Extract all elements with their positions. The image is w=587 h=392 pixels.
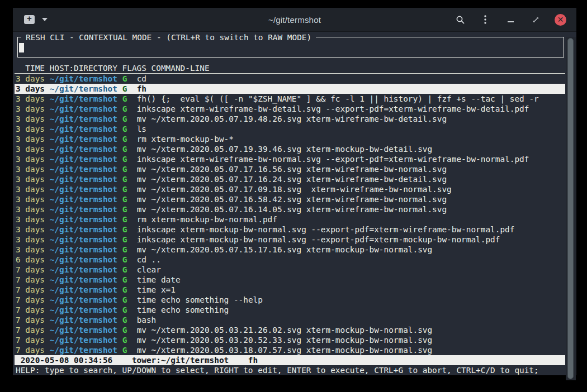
row-flags: G (122, 275, 127, 284)
row-time: 7 days (16, 336, 45, 345)
row-flags: G (122, 145, 127, 154)
history-row[interactable]: 3 days ~/git/termshot G mv ~/xterm.2020.… (15, 144, 565, 154)
row-flags: G (122, 336, 127, 345)
row-command: rm xterm-mockup-bw-* (137, 135, 234, 144)
row-directory: ~/git/termshot (50, 315, 117, 324)
row-command: mv ~/xterm.2020.05.07.19.39.46.svg xterm… (137, 145, 433, 154)
row-command: ls (137, 125, 146, 133)
row-time: 7 days (16, 295, 45, 304)
row-command: cd (137, 74, 146, 83)
row-directory: ~/git/termshot (50, 175, 117, 184)
row-command: inkscape xterm-wireframe-bw-detail.svg -… (137, 104, 529, 113)
row-time: 7 days (16, 326, 45, 334)
row-time: 3 days (16, 135, 45, 144)
close-button[interactable]: ✕ (555, 14, 566, 26)
restore-button[interactable] (529, 13, 542, 26)
history-row[interactable]: 7 days ~/git/termshot G mv ~/xterm.2020.… (15, 335, 565, 345)
row-directory: ~/git/termshot (50, 336, 117, 345)
close-icon: ✕ (557, 16, 564, 23)
row-command: mv ~/xterm.2020.05.07.17.16.24.svg xterm… (137, 175, 447, 184)
menu-kebab-icon[interactable] (479, 13, 491, 26)
history-row[interactable]: 3 days ~/git/termshot G mv ~/xterm.2020.… (15, 204, 565, 214)
row-command: time echo something --help (137, 295, 263, 304)
resh-box-title: RESH CLI - CONTEXTUAL MODE - (CTRL+R to … (21, 32, 316, 42)
row-command: mv ~/xterm.2020.05.03.18.07.57.svg xterm… (137, 346, 433, 355)
row-flags: G (122, 114, 127, 123)
row-flags: G (122, 104, 127, 113)
history-row[interactable]: 7 days ~/git/termshot G mv ~/xterm.2020.… (15, 325, 565, 335)
history-row[interactable]: 3 days ~/git/termshot G inkscape xterm-w… (15, 154, 565, 164)
row-command: inkscape xterm-mockup-bw-normal.svg --ex… (137, 235, 500, 244)
row-directory: ~/git/termshot (50, 145, 117, 154)
row-command: fh (137, 84, 146, 93)
row-time: 3 days (16, 235, 45, 244)
new-tab-icon[interactable] (24, 15, 35, 24)
row-directory: ~/git/termshot (50, 215, 117, 224)
search-input-box[interactable]: RESH CLI - CONTEXTUAL MODE - (CTRL+R to … (17, 37, 564, 58)
history-row[interactable]: 3 days ~/git/termshot G cd (15, 74, 565, 84)
history-row[interactable]: 7 days ~/git/termshot G mv ~/xterm.2020.… (15, 345, 565, 355)
history-row[interactable]: 3 days ~/git/termshot G fh() {; eval $( … (15, 94, 565, 104)
history-row[interactable]: 3 days ~/git/termshot G mv ~/xterm.2020.… (15, 184, 565, 194)
history-row[interactable]: 7 days ~/git/termshot G clear (15, 265, 565, 275)
row-directory: ~/git/termshot (50, 235, 117, 244)
search-icon[interactable] (454, 13, 466, 26)
history-row[interactable]: 3 days ~/git/termshot G mv ~/xterm.2020.… (15, 194, 565, 204)
history-row[interactable]: 3 days ~/git/termshot G fh (15, 84, 565, 94)
history-row[interactable]: 3 days ~/git/termshot G mv ~/xterm.2020.… (15, 164, 565, 174)
scrollbar-track[interactable] (566, 37, 576, 380)
row-time: 3 days (16, 195, 45, 204)
row-command: mv ~/xterm.2020.05.07.16.58.42.svg xterm… (137, 195, 447, 204)
row-flags: G (122, 125, 127, 133)
help-line: HELP: type to search, UP/DOWN to select,… (15, 365, 565, 375)
row-flags: G (122, 305, 127, 314)
history-row[interactable]: 6 days ~/git/termshot G cd .. (15, 255, 565, 265)
scrollbar-thumb[interactable] (567, 38, 574, 379)
row-directory: ~/git/termshot (50, 155, 117, 164)
row-flags: G (122, 185, 127, 194)
history-row[interactable]: 7 days ~/git/termshot G time date (15, 275, 565, 285)
restore-icon (532, 16, 540, 24)
row-flags: G (122, 346, 127, 355)
titlebar: ~/git/termshot (13, 8, 576, 32)
history-row[interactable]: 3 days ~/git/termshot G mv ~/xterm.2020.… (15, 174, 565, 184)
history-row[interactable]: 7 days ~/git/termshot G time x=1 (15, 285, 565, 295)
row-time: 3 days (16, 175, 45, 184)
row-command: mv ~/xterm.2020.05.07.19.48.26.svg xterm… (137, 114, 447, 123)
row-directory: ~/git/termshot (50, 94, 117, 103)
row-command: mv ~/xterm.2020.05.07.16.14.05.svg xterm… (137, 205, 447, 214)
row-time: 6 days (16, 255, 45, 264)
history-row[interactable]: 3 days ~/git/termshot G rm xterm-mockup-… (15, 134, 565, 144)
history-row[interactable]: 3 days ~/git/termshot G ls (15, 124, 565, 134)
chevron-down-icon[interactable] (42, 18, 48, 21)
row-directory: ~/git/termshot (50, 185, 117, 194)
history-row[interactable]: 3 days ~/git/termshot G mv ~/xterm.2020.… (15, 245, 565, 255)
row-time: 3 days (16, 155, 45, 164)
row-directory: ~/git/termshot (50, 114, 117, 123)
history-row[interactable]: 3 days ~/git/termshot G inkscape xterm-m… (15, 224, 565, 235)
row-time: 3 days (16, 165, 45, 174)
history-row[interactable]: 3 days ~/git/termshot G mv ~/xterm.2020.… (15, 114, 565, 124)
row-directory: ~/git/termshot (50, 225, 117, 234)
history-row[interactable]: 7 days ~/git/termshot G time echo someth… (15, 305, 565, 315)
history-row[interactable]: 3 days ~/git/termshot G inkscape xterm-w… (15, 104, 565, 114)
list-header: TIME HOST:DIRECTORY FLAGS COMMAND-LINE (15, 63, 565, 74)
history-row[interactable]: 7 days ~/git/termshot G time echo someth… (15, 295, 565, 305)
history-row[interactable]: 3 days ~/git/termshot G inkscape xterm-m… (15, 235, 565, 245)
row-flags: G (122, 165, 127, 174)
row-flags: G (122, 326, 127, 334)
minimize-button[interactable] (504, 13, 517, 26)
history-row[interactable]: 7 days ~/git/termshot G bash (15, 315, 565, 325)
history-row[interactable]: 3 days ~/git/termshot G rm xterm-mockup-… (15, 214, 565, 224)
row-flags: G (122, 315, 127, 324)
row-command: bash (137, 315, 157, 324)
row-flags: G (122, 135, 127, 144)
row-directory: ~/git/termshot (50, 104, 117, 113)
row-flags: G (122, 245, 127, 254)
row-directory: ~/git/termshot (50, 245, 117, 254)
row-command: mv ~/xterm.2020.05.03.21.26.02.svg xterm… (137, 326, 433, 334)
row-time: 3 days (16, 104, 45, 113)
row-command: cd .. (137, 255, 161, 264)
row-command: inkscape xterm-wireframe-bw-normal.svg -… (137, 155, 529, 164)
row-command: mv ~/xterm.2020.05.03.20.52.33.svg xterm… (137, 336, 433, 345)
